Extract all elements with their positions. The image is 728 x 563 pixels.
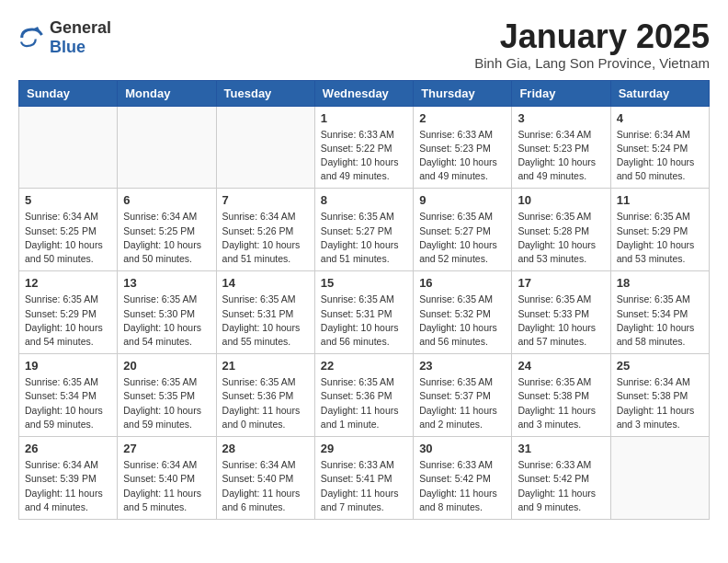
day-number: 25: [617, 359, 703, 373]
calendar-cell: 30Sunrise: 6:33 AMSunset: 5:42 PMDayligh…: [414, 437, 512, 520]
day-info: Sunrise: 6:33 AMSunset: 5:42 PMDaylight:…: [518, 458, 604, 514]
calendar-cell: 8Sunrise: 6:35 AMSunset: 5:27 PMDaylight…: [314, 189, 413, 271]
day-number: 24: [518, 359, 604, 373]
day-number: 30: [419, 442, 506, 455]
day-info: Sunrise: 6:35 AMSunset: 5:33 PMDaylight:…: [518, 293, 604, 349]
day-number: 22: [321, 359, 407, 373]
calendar-cell: 2Sunrise: 6:33 AMSunset: 5:23 PMDaylight…: [414, 106, 512, 189]
calendar-cell: 27Sunrise: 6:34 AMSunset: 5:40 PMDayligh…: [118, 437, 216, 520]
day-number: 6: [123, 193, 210, 207]
calendar-cell: 26Sunrise: 6:34 AMSunset: 5:39 PMDayligh…: [19, 437, 118, 520]
calendar-cell: 14Sunrise: 6:35 AMSunset: 5:31 PMDayligh…: [216, 271, 314, 354]
weekday-header-wednesday: Wednesday: [314, 80, 413, 106]
day-number: 11: [617, 193, 703, 207]
calendar-cell: 20Sunrise: 6:35 AMSunset: 5:35 PMDayligh…: [118, 354, 216, 437]
day-number: 16: [419, 276, 506, 290]
day-info: Sunrise: 6:35 AMSunset: 5:35 PMDaylight:…: [123, 375, 210, 431]
day-info: Sunrise: 6:35 AMSunset: 5:31 PMDaylight:…: [321, 293, 407, 349]
day-number: 4: [617, 111, 703, 125]
calendar-cell: 31Sunrise: 6:33 AMSunset: 5:42 PMDayligh…: [512, 437, 610, 520]
weekday-header-tuesday: Tuesday: [216, 80, 314, 106]
week-row-5: 26Sunrise: 6:34 AMSunset: 5:39 PMDayligh…: [19, 437, 710, 520]
location-subtitle: Binh Gia, Lang Son Province, Vietnam: [474, 55, 710, 71]
day-info: Sunrise: 6:33 AMSunset: 5:42 PMDaylight:…: [419, 458, 506, 514]
day-info: Sunrise: 6:35 AMSunset: 5:31 PMDaylight:…: [222, 293, 309, 349]
day-number: 29: [321, 442, 407, 455]
day-number: 5: [25, 193, 111, 207]
calendar-cell: 3Sunrise: 6:34 AMSunset: 5:23 PMDaylight…: [512, 106, 610, 189]
day-number: 10: [518, 193, 604, 207]
calendar-cell: 25Sunrise: 6:34 AMSunset: 5:38 PMDayligh…: [610, 354, 709, 437]
day-number: 19: [25, 359, 111, 373]
calendar-cell: 4Sunrise: 6:34 AMSunset: 5:24 PMDaylight…: [610, 106, 709, 189]
day-info: Sunrise: 6:33 AMSunset: 5:22 PMDaylight:…: [321, 128, 407, 184]
day-number: 15: [321, 276, 407, 290]
day-info: Sunrise: 6:35 AMSunset: 5:36 PMDaylight:…: [222, 375, 309, 431]
day-info: Sunrise: 6:34 AMSunset: 5:40 PMDaylight:…: [222, 458, 309, 514]
calendar-cell: 23Sunrise: 6:35 AMSunset: 5:37 PMDayligh…: [414, 354, 512, 437]
calendar-cell: 13Sunrise: 6:35 AMSunset: 5:30 PMDayligh…: [118, 271, 216, 354]
calendar-cell: 12Sunrise: 6:35 AMSunset: 5:29 PMDayligh…: [19, 271, 118, 354]
day-number: 13: [123, 276, 210, 290]
calendar-cell: 5Sunrise: 6:34 AMSunset: 5:25 PMDaylight…: [19, 189, 118, 271]
weekday-header-sunday: Sunday: [19, 80, 118, 106]
day-info: Sunrise: 6:35 AMSunset: 5:38 PMDaylight:…: [518, 375, 604, 431]
day-number: 2: [419, 111, 506, 125]
day-number: 21: [222, 359, 309, 373]
calendar-cell: 24Sunrise: 6:35 AMSunset: 5:38 PMDayligh…: [512, 354, 610, 437]
calendar-cell: 18Sunrise: 6:35 AMSunset: 5:34 PMDayligh…: [610, 271, 709, 354]
calendar-cell: [19, 106, 118, 189]
calendar-cell: 17Sunrise: 6:35 AMSunset: 5:33 PMDayligh…: [512, 271, 610, 354]
day-info: Sunrise: 6:35 AMSunset: 5:29 PMDaylight:…: [25, 293, 111, 349]
calendar-cell: 7Sunrise: 6:34 AMSunset: 5:26 PMDaylight…: [216, 189, 314, 271]
calendar-cell: 9Sunrise: 6:35 AMSunset: 5:27 PMDaylight…: [414, 189, 512, 271]
day-info: Sunrise: 6:35 AMSunset: 5:34 PMDaylight:…: [617, 293, 703, 349]
day-info: Sunrise: 6:34 AMSunset: 5:25 PMDaylight:…: [123, 210, 210, 266]
day-info: Sunrise: 6:34 AMSunset: 5:39 PMDaylight:…: [25, 458, 111, 514]
weekday-header-thursday: Thursday: [414, 80, 512, 106]
day-number: 17: [518, 276, 604, 290]
calendar-cell: 19Sunrise: 6:35 AMSunset: 5:34 PMDayligh…: [19, 354, 118, 437]
calendar-cell: 22Sunrise: 6:35 AMSunset: 5:36 PMDayligh…: [314, 354, 413, 437]
weekday-header-monday: Monday: [118, 80, 216, 106]
day-info: Sunrise: 6:35 AMSunset: 5:32 PMDaylight:…: [419, 293, 506, 349]
calendar-cell: [610, 437, 709, 520]
day-info: Sunrise: 6:34 AMSunset: 5:23 PMDaylight:…: [518, 128, 604, 184]
day-info: Sunrise: 6:35 AMSunset: 5:36 PMDaylight:…: [321, 375, 407, 431]
calendar-cell: 28Sunrise: 6:34 AMSunset: 5:40 PMDayligh…: [216, 437, 314, 520]
day-number: 20: [123, 359, 210, 373]
day-info: Sunrise: 6:33 AMSunset: 5:41 PMDaylight:…: [321, 458, 407, 514]
day-number: 26: [25, 442, 111, 455]
day-number: 31: [518, 442, 604, 455]
day-number: 8: [321, 193, 407, 207]
calendar-cell: 6Sunrise: 6:34 AMSunset: 5:25 PMDaylight…: [118, 189, 216, 271]
week-row-4: 19Sunrise: 6:35 AMSunset: 5:34 PMDayligh…: [19, 354, 710, 437]
logo-text: General Blue: [50, 18, 111, 57]
title-section: January 2025 Binh Gia, Lang Son Province…: [474, 18, 710, 71]
weekday-header-row: SundayMondayTuesdayWednesdayThursdayFrid…: [19, 80, 710, 106]
day-info: Sunrise: 6:34 AMSunset: 5:38 PMDaylight:…: [617, 375, 703, 431]
calendar-cell: 21Sunrise: 6:35 AMSunset: 5:36 PMDayligh…: [216, 354, 314, 437]
day-info: Sunrise: 6:33 AMSunset: 5:23 PMDaylight:…: [419, 128, 506, 184]
day-info: Sunrise: 6:35 AMSunset: 5:28 PMDaylight:…: [518, 210, 604, 266]
day-number: 28: [222, 442, 309, 455]
logo-blue-text: Blue: [50, 38, 111, 57]
day-info: Sunrise: 6:35 AMSunset: 5:27 PMDaylight:…: [419, 210, 506, 266]
day-info: Sunrise: 6:34 AMSunset: 5:25 PMDaylight:…: [25, 210, 111, 266]
day-info: Sunrise: 6:34 AMSunset: 5:24 PMDaylight:…: [617, 128, 703, 184]
day-number: 1: [321, 111, 407, 125]
week-row-1: 1Sunrise: 6:33 AMSunset: 5:22 PMDaylight…: [19, 106, 710, 189]
week-row-2: 5Sunrise: 6:34 AMSunset: 5:25 PMDaylight…: [19, 189, 710, 271]
weekday-header-saturday: Saturday: [610, 80, 709, 106]
day-info: Sunrise: 6:35 AMSunset: 5:37 PMDaylight:…: [419, 375, 506, 431]
weekday-header-friday: Friday: [512, 80, 610, 106]
calendar-cell: 15Sunrise: 6:35 AMSunset: 5:31 PMDayligh…: [314, 271, 413, 354]
day-number: 9: [419, 193, 506, 207]
logo-icon: [18, 24, 46, 52]
calendar-cell: 10Sunrise: 6:35 AMSunset: 5:28 PMDayligh…: [512, 189, 610, 271]
day-number: 3: [518, 111, 604, 125]
calendar-cell: [118, 106, 216, 189]
logo: General Blue: [18, 18, 111, 57]
day-info: Sunrise: 6:34 AMSunset: 5:40 PMDaylight:…: [123, 458, 210, 514]
day-info: Sunrise: 6:35 AMSunset: 5:29 PMDaylight:…: [617, 210, 703, 266]
